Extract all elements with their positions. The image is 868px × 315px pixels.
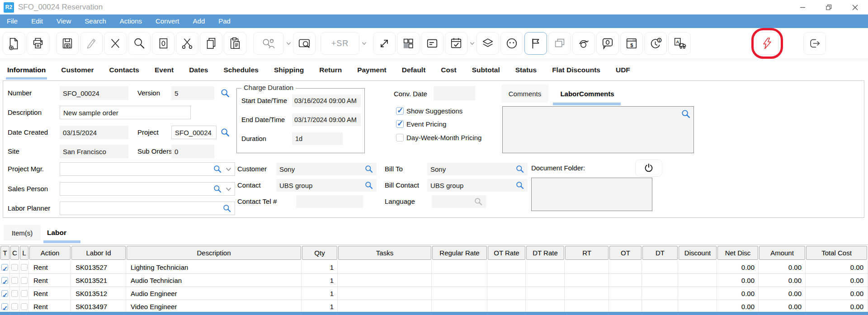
search-icon[interactable] <box>515 165 524 174</box>
start-datetime-field[interactable]: 03/16/2024 09:00 AM <box>292 94 361 107</box>
tab-information[interactable]: Information <box>7 66 46 74</box>
col-header-rt[interactable]: RT <box>565 246 609 260</box>
tab-schedules[interactable]: Schedules <box>223 66 259 74</box>
menu-edit[interactable]: Edit <box>24 14 50 28</box>
row-t-checkbox[interactable] <box>1 264 8 271</box>
close-button[interactable] <box>842 0 868 14</box>
option-show-suggestions[interactable]: Show Suggestions <box>396 107 462 115</box>
tab-event[interactable]: Event <box>155 66 174 74</box>
billing-window-button[interactable] <box>620 32 643 55</box>
notes-button[interactable] <box>421 32 443 55</box>
minimize-button[interactable] <box>789 0 816 14</box>
col-header-ot[interactable]: OT <box>609 246 642 260</box>
comment-history-button[interactable] <box>596 32 619 55</box>
contact-field[interactable]: UBS group <box>276 179 377 192</box>
chevron-down-icon[interactable] <box>226 187 231 191</box>
end-datetime-field[interactable]: 03/17/2024 09:00 AM <box>292 113 361 126</box>
duplicate-window-button[interactable] <box>548 32 571 55</box>
rate-history-button[interactable] <box>644 32 667 55</box>
row-t-checkbox[interactable] <box>1 303 8 310</box>
version-search-icon[interactable] <box>220 88 230 98</box>
row-l-checkbox[interactable] <box>21 264 28 271</box>
bill-contact-field[interactable]: UBS group <box>427 179 528 192</box>
row-t-checkbox[interactable] <box>1 290 8 297</box>
row-c-checkbox[interactable] <box>11 290 18 297</box>
tab-contacts[interactable]: Contacts <box>109 66 139 74</box>
tab-cost[interactable]: Cost <box>441 66 456 74</box>
flag-button[interactable] <box>524 32 547 55</box>
col-header-dt-rate[interactable]: DT Rate <box>526 246 564 260</box>
version-field[interactable]: 5 <box>171 86 214 100</box>
calendar-dropdown[interactable] <box>469 42 476 45</box>
menu-convert[interactable]: Convert <box>149 14 186 28</box>
row-l-checkbox[interactable] <box>21 290 28 297</box>
menu-add[interactable]: Add <box>186 14 212 28</box>
paste-button[interactable] <box>224 32 246 55</box>
restore-button[interactable] <box>816 0 842 14</box>
add-sr-button[interactable]: +SR <box>321 32 359 55</box>
delete-button[interactable] <box>104 32 127 55</box>
show-suggestions-checkbox[interactable] <box>396 107 404 115</box>
quick-actions-button[interactable] <box>756 32 778 55</box>
document-folder-box[interactable] <box>531 178 652 211</box>
col-header-description[interactable]: Description <box>127 246 301 260</box>
chevron-down-icon[interactable] <box>226 167 231 171</box>
project-search-icon[interactable] <box>220 127 230 137</box>
description-field[interactable]: New sample order <box>60 106 191 119</box>
layers-button[interactable] <box>476 32 499 55</box>
copy-special-button[interactable] <box>152 32 175 55</box>
tab-payment[interactable]: Payment <box>357 66 387 74</box>
exit-button[interactable] <box>803 32 826 55</box>
tab-udf[interactable]: UDF <box>616 66 630 74</box>
table-row[interactable]: Rent SK013527 Lighting Technician 1 0.00… <box>0 261 868 274</box>
tab-status[interactable]: Status <box>515 66 537 74</box>
search-icon[interactable] <box>515 181 524 190</box>
layout-grid-button[interactable] <box>397 32 420 55</box>
view-search-button[interactable] <box>293 32 316 55</box>
labor-search-button[interactable] <box>253 32 284 55</box>
tab-dates[interactable]: Dates <box>189 66 208 74</box>
search-icon[interactable] <box>213 165 222 174</box>
row-c-checkbox[interactable] <box>11 277 18 284</box>
col-header-net-disc[interactable]: Net Disc <box>717 246 758 260</box>
col-header-t[interactable]: T <box>0 246 9 260</box>
row-c-checkbox[interactable] <box>11 264 18 271</box>
cut-button[interactable] <box>176 32 198 55</box>
col-header-ot-rate[interactable]: OT Rate <box>488 246 525 260</box>
language-field[interactable] <box>432 195 486 208</box>
col-header-discount[interactable]: Discount <box>679 246 717 260</box>
option-day-week-month[interactable]: Day-Week-Month Pricing <box>396 134 481 141</box>
row-t-checkbox[interactable] <box>1 277 8 284</box>
new-document-button[interactable] <box>3 32 25 55</box>
row-l-checkbox[interactable] <box>21 303 28 310</box>
add-sr-dropdown[interactable] <box>361 42 368 45</box>
day-week-month-checkbox[interactable] <box>396 134 404 141</box>
site-field[interactable]: San Francisco <box>60 145 128 158</box>
copy-button[interactable] <box>200 32 222 55</box>
col-header-tasks[interactable]: Tasks <box>338 246 431 260</box>
edit-button[interactable] <box>80 32 103 55</box>
col-header-qty[interactable]: Qty <box>302 246 337 260</box>
comments-search-icon[interactable] <box>681 109 691 119</box>
labor-planner-field[interactable] <box>60 202 235 215</box>
project-field[interactable]: SFO_00024 <box>171 126 217 139</box>
menu-view[interactable]: View <box>50 14 78 28</box>
bill-to-field[interactable]: Sony <box>427 163 528 175</box>
labor-search-dropdown[interactable] <box>285 42 292 45</box>
menu-actions[interactable]: Actions <box>113 14 149 28</box>
table-row[interactable]: Rent SK013497 Video Engineer 1 0.00 0.00… <box>0 300 868 313</box>
menu-file[interactable]: File <box>0 14 24 28</box>
smiley-button[interactable] <box>500 32 523 55</box>
crew-button[interactable] <box>572 32 595 55</box>
col-header-regular-rate[interactable]: Regular Rate <box>432 246 487 260</box>
tab-comments[interactable]: Comments <box>501 85 548 103</box>
project-mgr-field[interactable] <box>60 162 235 176</box>
number-field[interactable]: SFO_00024 <box>60 86 128 100</box>
conv-date-field[interactable] <box>434 86 475 100</box>
delivery-document-button[interactable] <box>668 32 691 55</box>
sales-person-field[interactable] <box>60 182 235 196</box>
tab-labor-comments[interactable]: LaborComments <box>556 85 619 103</box>
col-header-c[interactable]: C <box>10 246 19 260</box>
tab-default[interactable]: Default <box>402 66 426 74</box>
table-row[interactable]: Rent SK013512 Audio Engineer 1 0.00 0.00… <box>0 287 868 300</box>
